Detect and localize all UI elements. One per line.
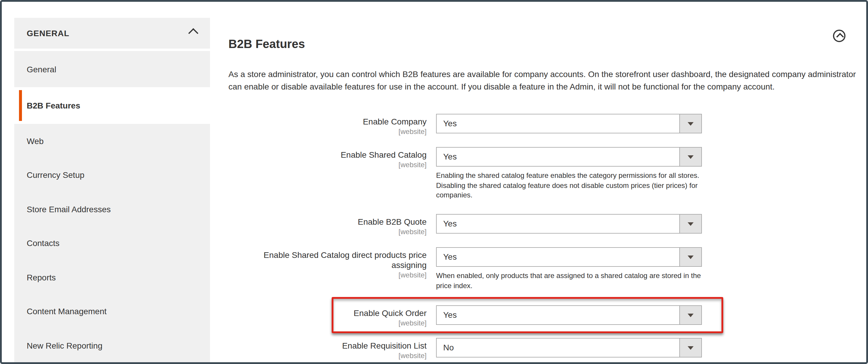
sidebar-item-reports[interactable]: Reports bbox=[14, 260, 210, 294]
field-label: Enable Company bbox=[228, 117, 427, 127]
collapse-section-button[interactable] bbox=[833, 30, 845, 42]
field-label: Enable B2B Quote bbox=[228, 217, 427, 227]
sidebar-item-store-email-addresses[interactable]: Store Email Addresses bbox=[14, 192, 210, 226]
sidebar-item-label: New Relic Reporting bbox=[27, 341, 102, 351]
dropdown-arrow-icon bbox=[679, 147, 701, 166]
chevron-up-icon bbox=[836, 33, 844, 40]
shared-catalog-price-assigning-select[interactable]: Yes bbox=[436, 247, 702, 267]
field-scope: [website] bbox=[228, 161, 427, 170]
chevron-up-icon bbox=[188, 28, 198, 38]
dropdown-arrow-icon bbox=[679, 306, 701, 324]
field-note: When enabled, only products that are ass… bbox=[436, 271, 702, 291]
field-row-enable-company: Enable Company [website] Yes bbox=[228, 114, 702, 136]
config-page: GENERAL General B2B Features Web Currenc… bbox=[0, 0, 868, 364]
enable-shared-catalog-select[interactable]: Yes bbox=[436, 147, 702, 167]
field-row-enable-b2b-quote: Enable B2B Quote [website] Yes bbox=[228, 214, 702, 236]
sidebar-item-contacts[interactable]: Contacts bbox=[14, 226, 210, 260]
config-sidebar: GENERAL General B2B Features Web Currenc… bbox=[14, 18, 210, 362]
sidebar-item-web[interactable]: Web bbox=[14, 124, 210, 158]
field-scope: [website] bbox=[228, 352, 427, 360]
field-row-shared-catalog-price-assigning: Enable Shared Catalog direct products pr… bbox=[228, 247, 702, 291]
field-note: Enabling the shared catalog feature enab… bbox=[436, 171, 702, 200]
dropdown-arrow-icon bbox=[679, 248, 701, 266]
field-row-enable-requisition-list: Enable Requisition List [website] No bbox=[228, 338, 702, 360]
field-row-enable-shared-catalog: Enable Shared Catalog [website] Yes Enab… bbox=[228, 147, 702, 200]
sidebar-item-new-relic-reporting[interactable]: New Relic Reporting bbox=[14, 328, 210, 363]
field-scope: [website] bbox=[228, 319, 427, 328]
sidebar-item-label: Reports bbox=[27, 273, 56, 282]
sidebar-item-content-management[interactable]: Content Management bbox=[14, 294, 210, 328]
sidebar-item-label: Currency Setup bbox=[27, 170, 85, 180]
sidebar-item-label: B2B Features bbox=[27, 101, 81, 110]
sidebar-item-label: Content Management bbox=[27, 307, 106, 316]
field-scope: [website] bbox=[228, 128, 427, 136]
select-value: No bbox=[437, 338, 701, 357]
select-value: Yes bbox=[437, 214, 701, 233]
sidebar-section-label: GENERAL bbox=[27, 29, 69, 38]
dropdown-arrow-icon bbox=[679, 338, 701, 357]
select-value: Yes bbox=[437, 114, 701, 133]
active-item-accent-bar bbox=[19, 90, 22, 121]
field-label: Enable Shared Catalog bbox=[228, 150, 427, 160]
field-scope: [website] bbox=[228, 271, 427, 280]
dropdown-arrow-icon bbox=[679, 214, 701, 233]
enable-quick-order-select[interactable]: Yes bbox=[436, 305, 702, 325]
sidebar-item-label: General bbox=[27, 64, 56, 74]
enable-company-select[interactable]: Yes bbox=[436, 114, 702, 133]
page-title: B2B Features bbox=[228, 36, 305, 52]
enable-requisition-list-select[interactable]: No bbox=[436, 338, 702, 358]
sidebar-item-currency-setup[interactable]: Currency Setup bbox=[14, 158, 210, 192]
field-row-enable-quick-order: Enable Quick Order [website] Yes bbox=[228, 305, 702, 328]
sidebar-item-general[interactable]: General bbox=[14, 51, 210, 87]
field-scope: [website] bbox=[228, 228, 427, 236]
sidebar-section-general[interactable]: GENERAL bbox=[14, 18, 210, 48]
dropdown-arrow-icon bbox=[679, 114, 701, 133]
sidebar-item-label: Store Email Addresses bbox=[27, 204, 111, 214]
select-value: Yes bbox=[437, 306, 701, 324]
enable-b2b-quote-select[interactable]: Yes bbox=[436, 214, 702, 234]
field-label: Enable Shared Catalog direct products pr… bbox=[228, 250, 427, 270]
sidebar-item-label: Contacts bbox=[27, 239, 60, 248]
sidebar-item-label: Web bbox=[27, 136, 43, 146]
select-value: Yes bbox=[437, 147, 701, 166]
select-value: Yes bbox=[437, 248, 701, 266]
field-label: Enable Requisition List bbox=[228, 341, 427, 351]
section-description: As a store administrator, you can contro… bbox=[228, 68, 857, 93]
field-label: Enable Quick Order bbox=[228, 308, 427, 318]
sidebar-item-b2b-features[interactable]: B2B Features bbox=[14, 87, 210, 124]
